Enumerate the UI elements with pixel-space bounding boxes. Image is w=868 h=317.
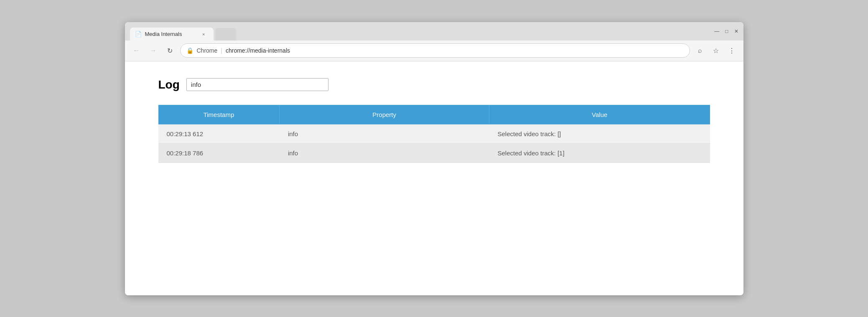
tab-label: Media Internals xyxy=(145,31,182,37)
table-header: Timestamp Property Value xyxy=(158,105,710,124)
security-icon: 🔒 xyxy=(186,47,193,54)
log-section: Log xyxy=(158,78,710,91)
cell-timestamp: 00:29:13 612 xyxy=(158,124,280,143)
col-header-value: Value xyxy=(489,105,710,124)
forward-button[interactable]: → xyxy=(147,44,160,57)
title-bar: 📄 Media Internals × — □ ✕ xyxy=(125,22,743,41)
forward-icon: → xyxy=(150,47,157,54)
browser-window: 📄 Media Internals × — □ ✕ ← → ↻ 🔒 Chrome… xyxy=(125,22,743,295)
data-table: Timestamp Property Value 00:29:13 612inf… xyxy=(158,105,710,163)
menu-icon: ⋮ xyxy=(728,47,735,55)
search-button[interactable]: ⌕ xyxy=(693,44,707,57)
log-label: Log xyxy=(158,78,180,91)
bookmark-icon: ☆ xyxy=(713,47,719,55)
tab-close-button[interactable]: × xyxy=(201,31,206,38)
maximize-button[interactable]: □ xyxy=(725,28,728,34)
table-header-row: Timestamp Property Value xyxy=(158,105,710,124)
bookmark-button[interactable]: ☆ xyxy=(709,44,723,57)
tab-icon: 📄 xyxy=(135,31,142,37)
address-input[interactable] xyxy=(226,47,684,54)
toolbar: ← → ↻ 🔒 Chrome | ⌕ ☆ ⋮ xyxy=(125,41,743,61)
cell-property: info xyxy=(280,124,489,143)
address-prefix: Chrome xyxy=(197,47,218,54)
cell-value: Selected video track: [] xyxy=(489,124,710,143)
window-controls: — □ ✕ xyxy=(714,28,738,34)
page-content: Log Timestamp Property Value 00:29:13 61… xyxy=(125,61,743,295)
cell-value: Selected video track: [1] xyxy=(489,143,710,162)
address-separator: | xyxy=(221,47,222,54)
active-tab[interactable]: 📄 Media Internals × xyxy=(130,28,214,41)
reload-icon: ↻ xyxy=(167,47,173,55)
minimize-button[interactable]: — xyxy=(714,28,719,34)
toolbar-actions: ⌕ ☆ ⋮ xyxy=(693,44,738,57)
table-row: 00:29:18 786infoSelected video track: [1… xyxy=(158,143,710,162)
reload-button[interactable]: ↻ xyxy=(163,44,177,57)
table-row: 00:29:13 612infoSelected video track: [] xyxy=(158,124,710,143)
back-icon: ← xyxy=(133,47,140,54)
log-filter-input[interactable] xyxy=(186,78,328,91)
address-bar-container[interactable]: 🔒 Chrome | xyxy=(180,43,690,58)
col-header-timestamp: Timestamp xyxy=(158,105,280,124)
cell-property: info xyxy=(280,143,489,162)
col-header-property: Property xyxy=(280,105,489,124)
new-tab-placeholder xyxy=(215,28,236,41)
menu-button[interactable]: ⋮ xyxy=(725,44,738,57)
close-button[interactable]: ✕ xyxy=(734,28,738,34)
search-icon: ⌕ xyxy=(698,47,702,54)
back-button[interactable]: ← xyxy=(130,44,143,57)
table-body: 00:29:13 612infoSelected video track: []… xyxy=(158,124,710,162)
cell-timestamp: 00:29:18 786 xyxy=(158,143,280,162)
